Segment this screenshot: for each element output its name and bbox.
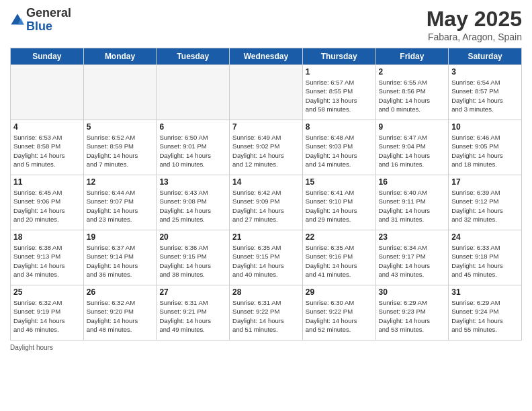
day-info: Sunrise: 6:42 AM Sunset: 9:09 PM Dayligh… (232, 188, 300, 224)
week-row-2: 4Sunrise: 6:53 AM Sunset: 8:58 PM Daylig… (11, 120, 522, 175)
day-info: Sunrise: 6:41 AM Sunset: 9:10 PM Dayligh… (306, 188, 373, 224)
week-row-5: 25Sunrise: 6:32 AM Sunset: 9:19 PM Dayli… (11, 285, 522, 340)
calendar-cell: 2Sunrise: 6:55 AM Sunset: 8:56 PM Daylig… (375, 65, 449, 120)
calendar-cell: 29Sunrise: 6:30 AM Sunset: 9:22 PM Dayli… (302, 285, 375, 340)
header: General Blue May 2025 Fabara, Aragon, Sp… (10, 7, 522, 42)
calendar-cell: 12Sunrise: 6:44 AM Sunset: 9:07 PM Dayli… (83, 175, 157, 230)
week-row-1: 1Sunrise: 6:57 AM Sunset: 8:55 PM Daylig… (11, 65, 522, 120)
day-number: 21 (232, 232, 300, 242)
calendar-cell: 8Sunrise: 6:48 AM Sunset: 9:03 PM Daylig… (302, 120, 375, 175)
day-number: 23 (379, 232, 446, 242)
day-info: Sunrise: 6:43 AM Sunset: 9:08 PM Dayligh… (159, 188, 226, 224)
logo: General Blue (10, 7, 71, 34)
calendar-cell: 30Sunrise: 6:29 AM Sunset: 9:23 PM Dayli… (375, 285, 449, 340)
col-header-saturday: Saturday (449, 48, 522, 65)
day-info: Sunrise: 6:35 AM Sunset: 9:15 PM Dayligh… (232, 243, 300, 279)
calendar-cell: 21Sunrise: 6:35 AM Sunset: 9:15 PM Dayli… (230, 230, 303, 285)
day-info: Sunrise: 6:52 AM Sunset: 8:59 PM Dayligh… (87, 133, 154, 169)
calendar-cell: 31Sunrise: 6:29 AM Sunset: 9:24 PM Dayli… (449, 285, 522, 340)
day-number: 27 (159, 287, 226, 297)
title-block: May 2025 Fabara, Aragon, Spain (427, 7, 522, 42)
day-number: 4 (13, 122, 81, 132)
calendar-cell (230, 65, 303, 120)
calendar-cell: 7Sunrise: 6:49 AM Sunset: 9:02 PM Daylig… (230, 120, 303, 175)
day-info: Sunrise: 6:30 AM Sunset: 9:22 PM Dayligh… (306, 298, 373, 334)
col-header-sunday: Sunday (11, 48, 84, 65)
day-info: Sunrise: 6:29 AM Sunset: 9:23 PM Dayligh… (379, 298, 446, 334)
day-number: 11 (13, 177, 81, 187)
col-header-tuesday: Tuesday (157, 48, 230, 65)
logo-icon (10, 13, 25, 28)
day-number: 5 (87, 122, 154, 132)
day-info: Sunrise: 6:34 AM Sunset: 9:17 PM Dayligh… (379, 243, 446, 279)
day-number: 7 (232, 122, 300, 132)
day-info: Sunrise: 6:50 AM Sunset: 9:01 PM Dayligh… (159, 133, 226, 169)
calendar: SundayMondayTuesdayWednesdayThursdayFrid… (10, 48, 522, 340)
day-info: Sunrise: 6:55 AM Sunset: 8:56 PM Dayligh… (379, 78, 446, 113)
day-info: Sunrise: 6:45 AM Sunset: 9:06 PM Dayligh… (13, 188, 81, 224)
main-title: May 2025 (427, 7, 522, 32)
day-info: Sunrise: 6:31 AM Sunset: 9:21 PM Dayligh… (159, 298, 226, 334)
day-number: 3 (451, 67, 519, 77)
logo-general: General (26, 7, 71, 20)
col-header-friday: Friday (375, 48, 449, 65)
day-info: Sunrise: 6:54 AM Sunset: 8:57 PM Dayligh… (451, 78, 519, 113)
calendar-cell: 3Sunrise: 6:54 AM Sunset: 8:57 PM Daylig… (449, 65, 522, 120)
day-info: Sunrise: 6:36 AM Sunset: 9:15 PM Dayligh… (159, 243, 226, 279)
day-number: 1 (306, 67, 373, 77)
col-header-wednesday: Wednesday (230, 48, 303, 65)
calendar-cell: 4Sunrise: 6:53 AM Sunset: 8:58 PM Daylig… (11, 120, 84, 175)
calendar-cell: 16Sunrise: 6:40 AM Sunset: 9:11 PM Dayli… (375, 175, 449, 230)
day-info: Sunrise: 6:40 AM Sunset: 9:11 PM Dayligh… (379, 188, 446, 224)
day-number: 16 (379, 177, 446, 187)
day-number: 19 (87, 232, 154, 242)
day-info: Sunrise: 6:44 AM Sunset: 9:07 PM Dayligh… (87, 188, 154, 224)
calendar-cell: 9Sunrise: 6:47 AM Sunset: 9:04 PM Daylig… (375, 120, 449, 175)
day-info: Sunrise: 6:57 AM Sunset: 8:55 PM Dayligh… (306, 78, 373, 113)
week-row-4: 18Sunrise: 6:38 AM Sunset: 9:13 PM Dayli… (11, 230, 522, 285)
calendar-cell: 24Sunrise: 6:33 AM Sunset: 9:18 PM Dayli… (449, 230, 522, 285)
calendar-cell: 15Sunrise: 6:41 AM Sunset: 9:10 PM Dayli… (302, 175, 375, 230)
calendar-cell (83, 65, 157, 120)
subtitle: Fabara, Aragon, Spain (427, 32, 522, 42)
calendar-cell: 23Sunrise: 6:34 AM Sunset: 9:17 PM Dayli… (375, 230, 449, 285)
day-info: Sunrise: 6:35 AM Sunset: 9:16 PM Dayligh… (306, 243, 373, 279)
calendar-cell: 5Sunrise: 6:52 AM Sunset: 8:59 PM Daylig… (83, 120, 157, 175)
day-number: 17 (451, 177, 519, 187)
calendar-cell: 25Sunrise: 6:32 AM Sunset: 9:19 PM Dayli… (11, 285, 84, 340)
page: General Blue May 2025 Fabara, Aragon, Sp… (0, 0, 532, 411)
day-number: 25 (13, 287, 81, 297)
day-info: Sunrise: 6:31 AM Sunset: 9:22 PM Dayligh… (232, 298, 300, 334)
calendar-cell (11, 65, 84, 120)
day-number: 20 (159, 232, 226, 242)
day-info: Sunrise: 6:53 AM Sunset: 8:58 PM Dayligh… (13, 133, 81, 169)
day-number: 13 (159, 177, 226, 187)
day-info: Sunrise: 6:46 AM Sunset: 9:05 PM Dayligh… (451, 133, 519, 169)
calendar-cell: 11Sunrise: 6:45 AM Sunset: 9:06 PM Dayli… (11, 175, 84, 230)
day-number: 31 (451, 287, 519, 297)
calendar-cell: 1Sunrise: 6:57 AM Sunset: 8:55 PM Daylig… (302, 65, 375, 120)
calendar-cell: 22Sunrise: 6:35 AM Sunset: 9:16 PM Dayli… (302, 230, 375, 285)
calendar-cell: 17Sunrise: 6:39 AM Sunset: 9:12 PM Dayli… (449, 175, 522, 230)
calendar-cell: 19Sunrise: 6:37 AM Sunset: 9:14 PM Dayli… (83, 230, 157, 285)
day-info: Sunrise: 6:32 AM Sunset: 9:20 PM Dayligh… (87, 298, 154, 334)
calendar-cell: 10Sunrise: 6:46 AM Sunset: 9:05 PM Dayli… (449, 120, 522, 175)
calendar-cell: 13Sunrise: 6:43 AM Sunset: 9:08 PM Dayli… (157, 175, 230, 230)
day-number: 26 (87, 287, 154, 297)
calendar-cell: 28Sunrise: 6:31 AM Sunset: 9:22 PM Dayli… (230, 285, 303, 340)
day-number: 29 (306, 287, 373, 297)
day-number: 24 (451, 232, 519, 242)
day-info: Sunrise: 6:49 AM Sunset: 9:02 PM Dayligh… (232, 133, 300, 169)
day-number: 14 (232, 177, 300, 187)
logo-blue: Blue (26, 20, 71, 34)
day-number: 8 (306, 122, 373, 132)
logo-text: General Blue (26, 7, 71, 34)
day-number: 12 (87, 177, 154, 187)
day-info: Sunrise: 6:29 AM Sunset: 9:24 PM Dayligh… (451, 298, 519, 334)
calendar-cell: 27Sunrise: 6:31 AM Sunset: 9:21 PM Dayli… (157, 285, 230, 340)
day-number: 2 (379, 67, 446, 77)
day-info: Sunrise: 6:32 AM Sunset: 9:19 PM Dayligh… (13, 298, 81, 334)
day-info: Sunrise: 6:47 AM Sunset: 9:04 PM Dayligh… (379, 133, 446, 169)
day-number: 15 (306, 177, 373, 187)
day-info: Sunrise: 6:39 AM Sunset: 9:12 PM Dayligh… (451, 188, 519, 224)
